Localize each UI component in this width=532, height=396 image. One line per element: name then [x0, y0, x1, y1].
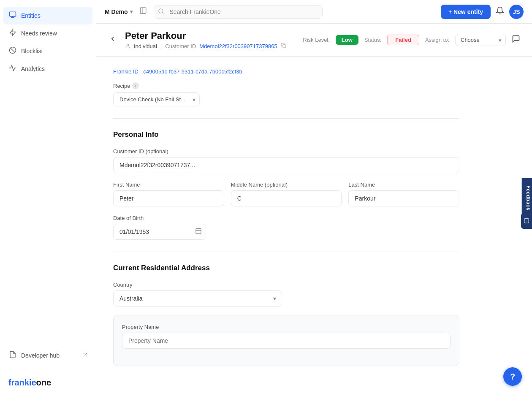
svg-rect-5 — [141, 8, 147, 14]
feedback-tab-icon[interactable] — [521, 214, 532, 229]
middle-name-group: Middle Name (optional) — [231, 182, 342, 206]
recipe-select-wrap: Device Check (No Fail St... — [113, 92, 200, 106]
feedback-tab[interactable]: Feedback — [521, 178, 532, 218]
svg-line-4 — [84, 353, 87, 355]
country-select[interactable]: Australia — [113, 290, 282, 306]
svg-point-9 — [127, 44, 128, 46]
feedback-label: Feedback — [525, 185, 531, 210]
workspace-selector[interactable]: M Demo ▾ — [105, 8, 133, 15]
developer-hub-icon — [8, 351, 17, 360]
avatar-initials: JS — [513, 8, 520, 15]
customer-id-optional-label: Customer ID (optional) — [113, 148, 459, 155]
entity-header: Peter Parkour Individual | Customer ID M… — [96, 24, 532, 57]
address-section: Property Name — [113, 315, 459, 366]
recipe-select[interactable]: Device Check (No Fail St... — [113, 92, 200, 106]
logo-one: one — [36, 378, 52, 387]
workspace-chevron-icon: ▾ — [130, 9, 133, 15]
sidebar-item-blocklist-label: Blocklist — [21, 48, 43, 54]
sidebar-item-needs-review-label: Needs review — [21, 30, 57, 37]
entity-type: Individual — [134, 43, 157, 49]
topbar: M Demo ▾ + New entity JS — [96, 0, 532, 24]
country-select-wrap: Australia — [113, 290, 282, 306]
risk-level-label: Risk Level: — [303, 37, 330, 43]
logo-area: frankieone — [0, 371, 96, 396]
entity-title-area: Peter Parkour Individual | Customer ID M… — [125, 30, 286, 49]
assign-to-label: Assign to: — [425, 37, 449, 43]
sidebar-item-entities[interactable]: Entities — [3, 7, 92, 24]
logo-frankie: frankie — [8, 378, 36, 387]
workspace-name: M Demo — [105, 8, 128, 15]
name-row: First Name Middle Name (optional) Last N… — [113, 182, 459, 206]
middle-name-input[interactable] — [231, 190, 342, 206]
svg-rect-0 — [10, 12, 16, 16]
first-name-label: First Name — [113, 182, 224, 188]
search-icon — [158, 8, 164, 16]
sidebar-nav: Entities Needs review Blocklist — [0, 0, 96, 84]
content-area: Peter Parkour Individual | Customer ID M… — [96, 24, 532, 396]
svg-rect-10 — [283, 45, 286, 48]
svg-line-8 — [163, 12, 164, 14]
section-divider-1 — [113, 118, 459, 119]
avatar[interactable]: JS — [509, 5, 524, 19]
customer-id-group: Customer ID (optional) — [113, 148, 459, 173]
copy-icon[interactable] — [281, 43, 286, 49]
date-input-wrap — [113, 224, 206, 240]
property-name-group: Property Name — [122, 324, 451, 349]
svg-line-3 — [11, 48, 15, 53]
form-content: Frankie ID - c49005dc-fb37-9311-c7da-7b0… — [96, 57, 476, 383]
property-name-input[interactable] — [122, 333, 451, 349]
main-content: M Demo ▾ + New entity JS — [96, 0, 532, 396]
sidebar: Entities Needs review Blocklist — [0, 0, 96, 396]
section-divider-2 — [113, 252, 459, 252]
back-button[interactable] — [108, 34, 117, 46]
sidebar-item-analytics[interactable]: Analytics — [3, 60, 92, 78]
new-entity-button[interactable]: + New entity — [441, 5, 491, 19]
help-button[interactable]: ? — [503, 367, 522, 386]
svg-rect-11 — [196, 229, 201, 234]
frankieone-logo: frankieone — [8, 378, 87, 388]
entities-icon — [8, 11, 17, 20]
country-group: Country Australia — [113, 282, 459, 306]
recipe-info-icon[interactable]: i — [132, 82, 139, 89]
sidebar-bottom: Developer hub — [0, 340, 96, 371]
first-name-input[interactable] — [113, 190, 224, 206]
external-link-icon — [82, 353, 87, 359]
collapse-sidebar-button[interactable] — [138, 5, 149, 18]
frankie-id-link[interactable]: Frankie ID - c49005dc-fb37-9311-c7da-7b0… — [113, 68, 459, 75]
dob-group: Date of Birth — [113, 215, 459, 240]
blocklist-icon — [8, 46, 17, 56]
sidebar-item-developer-hub[interactable]: Developer hub — [3, 347, 92, 364]
entity-meta: Individual | Customer ID Mdemol22f32r003… — [125, 43, 286, 49]
new-entity-label: + New entity — [448, 8, 483, 15]
sidebar-item-blocklist[interactable]: Blocklist — [3, 42, 92, 60]
svg-point-7 — [159, 8, 163, 13]
dob-input[interactable] — [113, 224, 206, 240]
sidebar-item-needs-review[interactable]: Needs review — [3, 24, 92, 42]
search-input[interactable] — [154, 5, 323, 19]
assign-select[interactable]: Choose — [455, 34, 506, 46]
last-name-label: Last Name — [348, 182, 459, 188]
first-name-group: First Name — [113, 182, 224, 206]
analytics-icon — [8, 64, 17, 73]
help-label: ? — [510, 372, 515, 382]
notifications-button[interactable] — [496, 6, 504, 17]
sidebar-item-developer-hub-label: Developer hub — [21, 352, 60, 359]
middle-name-label: Middle Name (optional) — [231, 182, 342, 188]
assign-select-wrap: Choose — [455, 34, 506, 46]
address-title: Current Residential Address — [113, 264, 459, 272]
svg-marker-1 — [10, 30, 16, 36]
status-badge: Failed — [387, 35, 419, 45]
risk-badge: Low — [336, 35, 358, 45]
needs-review-icon — [8, 29, 17, 38]
sidebar-item-analytics-label: Analytics — [21, 65, 45, 72]
recipe-label-text: Recipe — [113, 83, 130, 89]
calendar-icon-button[interactable] — [195, 228, 202, 236]
country-label: Country — [113, 282, 459, 288]
last-name-group: Last Name — [348, 182, 459, 206]
message-button[interactable] — [512, 35, 520, 45]
customer-id-label: Customer ID — [165, 43, 196, 49]
meta-divider: | — [160, 43, 162, 49]
last-name-input[interactable] — [348, 190, 459, 206]
recipe-group: Recipe i Device Check (No Fail St... — [113, 82, 459, 106]
customer-id-input[interactable] — [113, 157, 459, 173]
